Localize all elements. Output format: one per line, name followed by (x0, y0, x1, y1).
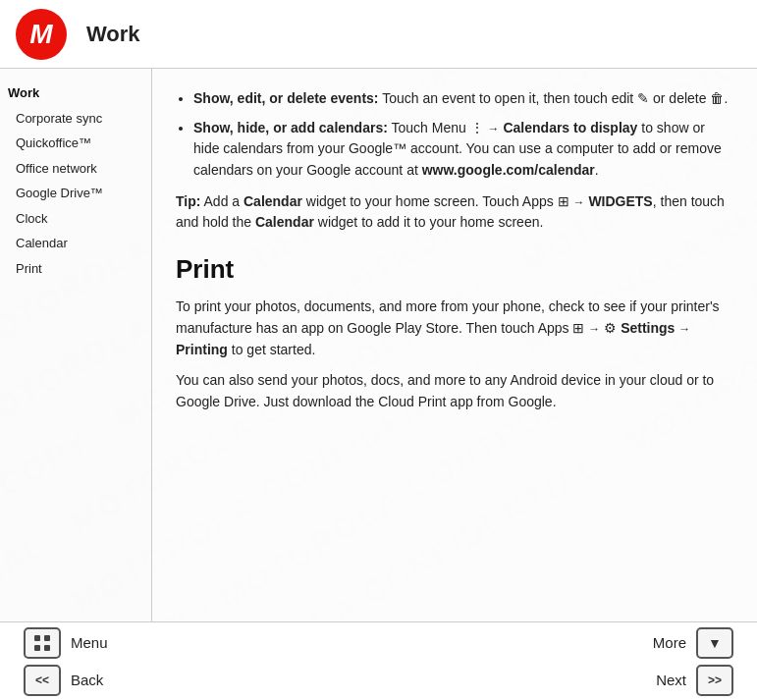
bullet-label-show-edit: Show, edit, or delete events: (193, 90, 379, 106)
content-area: Show, edit, or delete events: Touch an e… (152, 69, 757, 621)
svg-rect-2 (34, 645, 40, 651)
sidebar-item-print[interactable]: Print (0, 256, 151, 282)
sidebar-item-work[interactable]: Work (0, 81, 151, 106)
more-button[interactable]: More ▼ (653, 627, 733, 659)
sidebar-item-corporate-sync[interactable]: Corporate sync (0, 106, 151, 132)
sidebar-item-quickoffice[interactable]: Quickoffice™ (0, 131, 151, 156)
more-icon: ▼ (696, 627, 733, 659)
bullet-list: Show, edit, or delete events: Touch an e… (176, 88, 733, 182)
bullet-label-show-hide: Show, hide, or add calendars: (193, 120, 388, 135)
footer: Menu << Back More ▼ Next >> (0, 621, 757, 700)
menu-button[interactable]: Menu (24, 627, 379, 659)
sidebar-item-office-network[interactable]: Office network (0, 156, 151, 182)
next-icon: >> (696, 665, 733, 696)
next-label: Next (656, 672, 686, 688)
bullet-item-show-hide: Show, hide, or add calendars: Touch Menu… (193, 118, 733, 182)
app-container: M Work Work Corporate sync Quickoffice™ … (0, 0, 757, 700)
sidebar: Work Corporate sync Quickoffice™ Office … (0, 69, 152, 621)
footer-right: More ▼ Next >> (379, 627, 734, 696)
menu-icon (24, 627, 61, 659)
print-paragraph-2: You can also send your photos, docs, and… (176, 370, 733, 412)
body-area: Work Corporate sync Quickoffice™ Office … (0, 69, 757, 621)
menu-label: Menu (71, 634, 108, 651)
menu-grid-icon (32, 633, 52, 653)
back-button[interactable]: << Back (24, 665, 379, 696)
logo-letter: M (29, 19, 52, 50)
next-button[interactable]: Next >> (656, 665, 733, 696)
motorola-logo: M (16, 9, 67, 60)
svg-rect-3 (44, 645, 50, 651)
bullet-item-show-edit: Show, edit, or delete events: Touch an e… (193, 88, 733, 110)
tip-text: Tip: Add a Calendar widget to your home … (176, 191, 733, 234)
print-heading: Print (176, 249, 733, 289)
sidebar-item-google-drive[interactable]: Google Drive™ (0, 181, 151, 206)
page-title: Work (86, 22, 140, 47)
svg-rect-1 (44, 635, 50, 641)
svg-rect-0 (34, 635, 40, 641)
print-paragraph-1: To print your photos, documents, and mor… (176, 296, 733, 360)
back-icon: << (24, 665, 61, 696)
more-label: More (653, 634, 686, 651)
sidebar-item-calendar[interactable]: Calendar (0, 231, 151, 256)
bullet-text-show-edit: Touch an event to open it, then touch ed… (382, 90, 728, 106)
back-label: Back (71, 672, 103, 688)
sidebar-item-clock[interactable]: Clock (0, 206, 151, 232)
header: M Work (0, 0, 757, 69)
footer-left: Menu << Back (24, 627, 379, 696)
tip-section: Tip: Add a Calendar widget to your home … (176, 191, 733, 234)
